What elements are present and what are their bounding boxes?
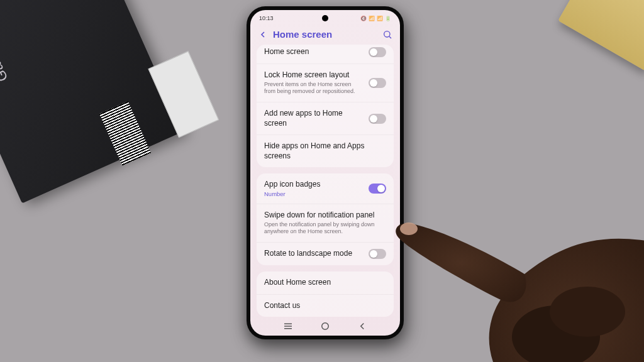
toggle-add-apps[interactable] [369, 114, 386, 124]
row-lock-layout[interactable]: Lock Home screen layout Prevent items on… [257, 63, 394, 102]
row-about-home-screen[interactable]: About Home screen [257, 272, 394, 294]
box-sticker [148, 51, 219, 138]
toggle-home-screen[interactable] [369, 47, 386, 57]
box-barcode [99, 101, 151, 166]
row-title: Hide apps on Home and Apps screens [264, 141, 386, 161]
back-nav-button[interactable] [357, 321, 368, 332]
row-title: Rotate to landscape mode [264, 249, 364, 259]
page-title: Home screen [273, 29, 377, 40]
wifi-icon: 📶 [369, 16, 375, 21]
status-time: 10:13 [259, 15, 274, 21]
row-title: Swipe down for notification panel [264, 211, 386, 221]
svg-line-1 [389, 36, 391, 38]
row-home-screen[interactable]: Home screen [257, 45, 394, 63]
settings-card-1: Home screen Lock Home screen layout Prev… [257, 45, 394, 167]
row-subtitle: Prevent items on the Home screen from be… [264, 81, 364, 96]
svg-point-7 [512, 305, 600, 362]
toggle-app-icon-badges[interactable] [369, 184, 386, 194]
usb-stick-prop [613, 337, 644, 356]
row-title: Contact us [264, 301, 386, 311]
svg-point-8 [550, 287, 625, 337]
box-model-text: Galaxy S25 Ultra [0, 0, 11, 84]
android-nav-bar [250, 317, 400, 336]
row-add-apps[interactable]: Add new apps to Home screen [257, 102, 394, 134]
svg-point-5 [322, 323, 329, 330]
battery-icon: 🔋 [385, 16, 391, 21]
hand-pointing [367, 148, 644, 362]
back-icon[interactable] [258, 30, 268, 40]
row-contact-us[interactable]: Contact us [257, 294, 394, 317]
row-title: Home screen [264, 47, 364, 57]
phone-screen: 10:13 🔇 📶 📶 🔋 Home screen Home scree [250, 10, 400, 336]
search-icon[interactable] [382, 30, 392, 40]
recents-button[interactable] [282, 321, 294, 332]
row-title: Lock Home screen layout [264, 70, 364, 80]
wooden-clamp-prop [558, 0, 644, 71]
product-box: Galaxy S25 Ultra [0, 0, 183, 204]
row-app-icon-badges[interactable]: App icon badges Number [257, 173, 394, 204]
row-title: App icon badges [264, 180, 364, 190]
phone-frame: 10:13 🔇 📶 📶 🔋 Home screen Home scree [247, 6, 404, 339]
page-header: Home screen [250, 26, 400, 45]
row-title: About Home screen [264, 278, 386, 288]
camera-hole [322, 15, 328, 21]
signal-icon: 📶 [377, 16, 383, 21]
svg-point-0 [384, 31, 390, 36]
status-icons: 🔇 📶 📶 🔋 [360, 16, 391, 21]
row-swipe-down-notification[interactable]: Swipe down for notification panel Open t… [257, 204, 394, 242]
settings-card-3: About Home screen Contact us [257, 272, 394, 317]
settings-card-2: App icon badges Number Swipe down for no… [257, 173, 394, 265]
row-hide-apps[interactable]: Hide apps on Home and Apps screens [257, 134, 394, 167]
home-button[interactable] [319, 321, 331, 332]
row-title: Add new apps to Home screen [264, 109, 364, 128]
row-rotate-landscape[interactable]: Rotate to landscape mode [257, 242, 394, 265]
row-subtitle: Open the notification panel by swiping d… [264, 221, 386, 236]
settings-list[interactable]: Home screen Lock Home screen layout Prev… [250, 45, 400, 317]
toggle-lock-layout[interactable] [369, 78, 386, 88]
row-value: Number [264, 190, 364, 197]
toggle-rotate-landscape[interactable] [369, 249, 386, 259]
volume-icon: 🔇 [360, 16, 367, 21]
